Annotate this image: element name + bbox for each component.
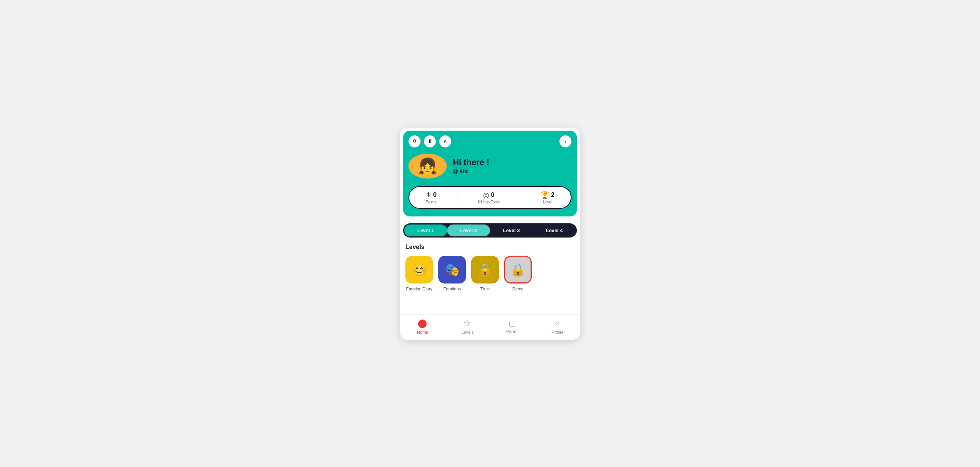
forward-btn[interactable]: › [559, 135, 572, 147]
demo-label: Demo [512, 287, 523, 291]
stat-feelings-row: ◎ 0 [483, 191, 495, 199]
a-icon: A [444, 139, 447, 144]
demo-icon-box: 🔒 [504, 256, 532, 283]
level-value: 2 [551, 192, 554, 198]
feelings-value: 0 [491, 192, 495, 198]
feelings-label: fellings Tools [478, 200, 500, 204]
username-text: @ abc [453, 168, 489, 174]
levels-label: Levels [461, 330, 474, 334]
points-value: 0 [433, 192, 437, 198]
stats-bar: ✳ 0 Points ◎ 0 fellings Tools 🏆 2 Leve [408, 186, 572, 209]
demo-lock-icon: 🔒 [510, 262, 526, 277]
settings-icon: ⚙ [413, 139, 416, 144]
level-label: Level [543, 200, 552, 204]
pause-icon: ⏸ [428, 138, 433, 144]
parent-label: Parent [506, 329, 519, 334]
parent-icon: ▢ [509, 318, 516, 328]
trust-lock-icon: 🔒 [477, 262, 493, 277]
settings-icon-btn[interactable]: ⚙ [408, 135, 421, 147]
avatar-figure: 👧 [418, 158, 437, 174]
stat-divider-2 [520, 192, 520, 203]
top-nav-left: ⚙ ⏸ A [408, 135, 451, 147]
feelings-icon: ◎ [483, 191, 489, 199]
emotions-icon: 🎭 [444, 262, 460, 277]
top-nav: ⚙ ⏸ A › [408, 135, 572, 147]
emotion-diary-icon-box: 😊 [405, 256, 433, 283]
bottom-nav: ⬤ Home ☆ Levels ▢ Parent ○ Profile [400, 314, 580, 340]
tab-level1[interactable]: Level 1 [404, 224, 447, 236]
nav-home[interactable]: ⬤ Home [400, 318, 445, 334]
home-icon: ⬤ [418, 318, 427, 328]
pause-icon-btn[interactable]: ⏸ [424, 135, 436, 147]
stat-level-row: 🏆 2 [541, 191, 554, 199]
stat-points-row: ✳ 0 [426, 191, 437, 199]
forward-arrow-icon: › [565, 138, 567, 144]
stat-points: ✳ 0 Points [426, 191, 437, 204]
level-tabs-wrapper: Level 1 Level 2 Level 3 Level 4 [403, 223, 577, 238]
trust-icon-box: 🔒 [471, 256, 499, 283]
points-label: Points [426, 200, 436, 204]
profile-label: Profile [552, 330, 564, 334]
level-item-demo[interactable]: 🔒 Demo [504, 256, 532, 291]
levels-title: Levels [405, 244, 575, 251]
home-label: Home [417, 330, 428, 334]
content-spacer [400, 291, 580, 314]
nav-profile[interactable]: ○ Profile [535, 318, 580, 334]
level-trophy-icon: 🏆 [541, 191, 549, 199]
level-tabs: Level 1 Level 2 Level 3 Level 4 [403, 223, 577, 238]
profile-icon: ○ [555, 318, 560, 328]
avatar-oval: 👧 [408, 154, 447, 179]
levels-icon: ☆ [464, 318, 471, 328]
a-icon-btn[interactable]: A [439, 135, 451, 147]
tab-level2[interactable]: Level 2 [447, 224, 490, 236]
trust-label: Trust [480, 287, 490, 291]
greeting-block: Hi there ! @ abc [453, 157, 489, 174]
nav-levels[interactable]: ☆ Levels [445, 318, 490, 334]
top-section: ⚙ ⏸ A › 👧 Hi there ! @ abc [403, 131, 577, 216]
emotion-diary-icon: 😊 [412, 262, 427, 277]
level-item-emotions[interactable]: 🎭 Emotions [438, 256, 466, 291]
level-item-emotion-diary[interactable]: 😊 Emotion Diary [405, 256, 433, 291]
stat-feelings: ◎ 0 fellings Tools [478, 191, 500, 204]
levels-section: Levels 😊 Emotion Diary 🎭 Emotions 🔒 [403, 244, 577, 291]
stat-divider-1 [457, 192, 457, 203]
greeting-text: Hi there ! [453, 157, 489, 167]
emotion-diary-label: Emotion Diary [406, 287, 432, 291]
nav-parent[interactable]: ▢ Parent [490, 318, 535, 334]
stat-level: 🏆 2 Level [541, 191, 554, 204]
levels-grid: 😊 Emotion Diary 🎭 Emotions 🔒 Trust [405, 256, 575, 291]
tab-level3[interactable]: Level 3 [490, 224, 533, 236]
level-item-trust[interactable]: 🔒 Trust [471, 256, 499, 291]
emotions-icon-box: 🎭 [438, 256, 466, 283]
phone-container: ⚙ ⏸ A › 👧 Hi there ! @ abc [400, 128, 580, 340]
emotions-label: Emotions [443, 287, 461, 291]
points-icon: ✳ [426, 191, 431, 199]
tab-level4[interactable]: Level 4 [533, 224, 576, 236]
profile-row: 👧 Hi there ! @ abc [408, 154, 572, 179]
